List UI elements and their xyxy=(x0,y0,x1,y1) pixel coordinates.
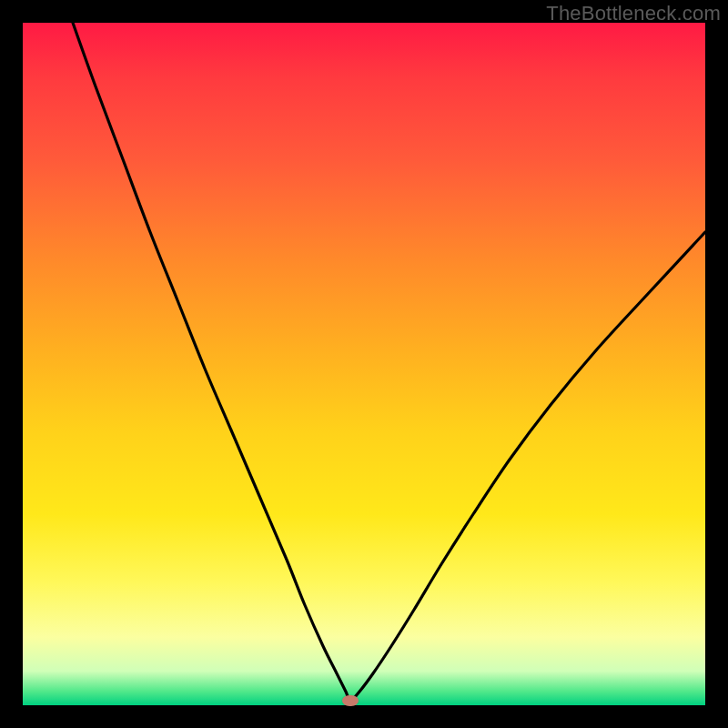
gradient-background xyxy=(23,23,705,705)
watermark-text: TheBottleneck.com xyxy=(546,2,721,25)
optimum-marker xyxy=(342,695,359,706)
plot-area xyxy=(23,23,705,705)
